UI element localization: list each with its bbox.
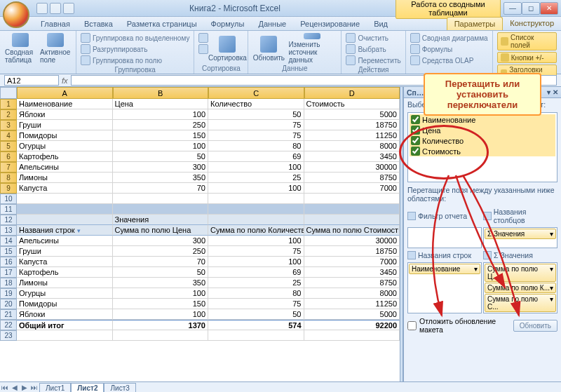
group-field[interactable]: Группировка по полю: [81, 55, 189, 66]
close-button[interactable]: ✕: [540, 2, 558, 15]
cell[interactable]: 11250: [304, 130, 400, 141]
cell[interactable]: 50: [208, 309, 304, 320]
tab-home[interactable]: Главная: [34, 18, 77, 30]
nav-next[interactable]: ▶: [20, 384, 29, 391]
formulas[interactable]: Формулы: [410, 43, 488, 55]
value-pill[interactable]: Сумма по полю К...: [485, 283, 556, 293]
cell[interactable]: 150: [113, 299, 209, 309]
row-header[interactable]: 6: [0, 151, 17, 162]
cell[interactable]: Лимоны: [17, 173, 113, 183]
row-header[interactable]: 23: [0, 330, 17, 341]
cell[interactable]: 3450: [304, 151, 400, 162]
row-header[interactable]: 18: [0, 278, 17, 288]
cell[interactable]: 75: [208, 299, 304, 309]
cell[interactable]: 50: [113, 267, 209, 278]
buttons-toggle[interactable]: Кнопки +/-: [497, 52, 557, 63]
cell[interactable]: Груши: [17, 120, 113, 130]
cell[interactable]: [304, 330, 400, 341]
cell[interactable]: Капуста: [17, 183, 113, 194]
row-header[interactable]: 11: [0, 204, 17, 215]
pivotchart[interactable]: Сводная диаграмма: [410, 32, 488, 43]
cell[interactable]: Лимоны: [17, 278, 113, 288]
field-cost[interactable]: Стоимость: [410, 146, 555, 156]
cell[interactable]: Огурцы: [17, 141, 113, 151]
col-B[interactable]: B: [113, 87, 209, 99]
cell[interactable]: 8000: [304, 141, 400, 151]
row-header[interactable]: 13: [0, 225, 17, 236]
name-box[interactable]: [4, 75, 59, 86]
cell[interactable]: Сумма по полю Цена: [113, 225, 209, 236]
clear[interactable]: Очистить: [346, 32, 400, 43]
tab-insert[interactable]: Вставка: [77, 18, 120, 30]
defer-checkbox[interactable]: [407, 321, 417, 330]
cell[interactable]: 18750: [304, 246, 400, 257]
row-header[interactable]: 22: [0, 320, 17, 330]
row-header[interactable]: 16: [0, 257, 17, 267]
cell[interactable]: [113, 194, 209, 204]
cell[interactable]: 69: [208, 151, 304, 162]
cell[interactable]: 250: [113, 120, 209, 130]
cell[interactable]: 100: [113, 109, 209, 120]
cell[interactable]: [304, 194, 400, 204]
cell[interactable]: 350: [113, 173, 209, 183]
cell[interactable]: 8750: [304, 173, 400, 183]
cell[interactable]: 8750: [304, 278, 400, 288]
cell[interactable]: 300: [113, 162, 209, 173]
cell[interactable]: [208, 215, 304, 225]
sort-za[interactable]: [198, 43, 208, 55]
select[interactable]: Выбрать: [346, 43, 400, 55]
cell[interactable]: 7000: [304, 183, 400, 194]
cell[interactable]: 300: [113, 236, 209, 246]
cell[interactable]: 25: [208, 278, 304, 288]
cell[interactable]: Сумма по полю Стоимость: [304, 225, 400, 236]
sheet-tab-2[interactable]: Лист2: [71, 383, 104, 392]
cell[interactable]: 80: [208, 288, 304, 299]
col-values-pill[interactable]: Σ Значения: [485, 229, 556, 239]
tab-design[interactable]: Конструктор: [503, 17, 561, 30]
cell[interactable]: Картофель: [17, 151, 113, 162]
checkbox[interactable]: [411, 147, 420, 156]
cell[interactable]: Апельсины: [17, 162, 113, 173]
cell[interactable]: Картофель: [17, 267, 113, 278]
cell[interactable]: 100: [113, 288, 209, 299]
cell[interactable]: Яблоки: [17, 309, 113, 320]
cell[interactable]: [17, 194, 113, 204]
cell[interactable]: Сумма по полю Количество: [208, 225, 304, 236]
minimize-button[interactable]: —: [503, 2, 522, 15]
fx-icon[interactable]: fx: [62, 76, 68, 85]
area-cols[interactable]: Σ Значения: [483, 227, 557, 248]
cell[interactable]: 100: [113, 141, 209, 151]
col-C[interactable]: C: [208, 87, 304, 99]
cell[interactable]: 5000: [304, 109, 400, 120]
cell[interactable]: [17, 330, 113, 341]
cell[interactable]: 3450: [304, 267, 400, 278]
cell[interactable]: 350: [113, 278, 209, 288]
tab-review[interactable]: Рецензирование: [293, 18, 367, 30]
row-header[interactable]: 10: [0, 194, 17, 204]
row-header[interactable]: 9: [0, 183, 17, 194]
activefield-button[interactable]: Активное поле: [39, 32, 72, 65]
row-header[interactable]: 8: [0, 173, 17, 183]
cell[interactable]: 100: [208, 257, 304, 267]
qat-redo-icon[interactable]: [63, 3, 74, 14]
row-header[interactable]: 2: [0, 109, 17, 120]
cell[interactable]: 1370: [113, 320, 209, 330]
cell[interactable]: [304, 204, 400, 215]
cell[interactable]: 11250: [304, 299, 400, 309]
change-source-button[interactable]: Изменить источник данных: [288, 32, 337, 65]
qat-save-icon[interactable]: [36, 3, 48, 14]
row-header[interactable]: 21: [0, 309, 17, 320]
refresh-button[interactable]: Обновить: [252, 32, 285, 65]
cell[interactable]: 50: [113, 151, 209, 162]
cell[interactable]: 100: [208, 183, 304, 194]
cell[interactable]: [113, 330, 209, 341]
cell[interactable]: 18750: [304, 120, 400, 130]
checkbox[interactable]: [411, 115, 420, 124]
cell[interactable]: 100: [208, 162, 304, 173]
cell[interactable]: Количество: [208, 99, 304, 109]
cell[interactable]: Огурцы: [17, 288, 113, 299]
cell[interactable]: [17, 215, 113, 225]
field-qty[interactable]: Количество: [410, 135, 555, 146]
cell[interactable]: [17, 204, 113, 215]
tab-formulas[interactable]: Формулы: [204, 18, 252, 30]
